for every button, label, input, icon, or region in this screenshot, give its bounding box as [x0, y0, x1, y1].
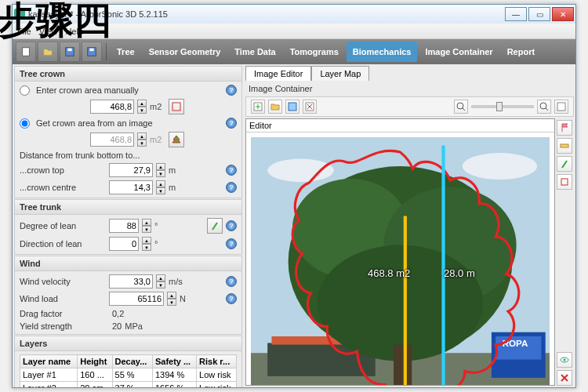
tab-tree[interactable]: Tree [111, 42, 141, 62]
tab-report[interactable]: Report [501, 42, 541, 62]
radio-crown-image[interactable] [20, 118, 30, 129]
svg-rect-30 [561, 179, 568, 185]
editor-canvas-panel: Editor [245, 118, 555, 386]
area-tool-icon[interactable] [169, 99, 184, 114]
col-name[interactable]: Layer name [20, 355, 78, 368]
label-direction: Direction of lean [20, 239, 106, 249]
crown-top-value[interactable]: 27,9 [109, 163, 153, 177]
editor-label: Editor [246, 119, 554, 132]
svg-rect-0 [23, 48, 30, 56]
help-icon[interactable]: ? [226, 238, 237, 249]
group-header: Tree crown [15, 67, 241, 82]
group-header: Tree trunk [15, 200, 241, 215]
crown-centre-value[interactable]: 14,3 [109, 180, 153, 194]
help-icon[interactable]: ? [226, 220, 237, 231]
svg-point-10 [540, 103, 546, 109]
img-image-icon[interactable] [285, 100, 299, 114]
tab-biomechanics[interactable]: Biomechanics [347, 42, 418, 62]
unit: ° [154, 221, 170, 230]
close-button[interactable]: ✕ [552, 7, 574, 21]
minimize-button[interactable]: — [505, 7, 527, 21]
tool-lean-icon[interactable] [557, 156, 572, 172]
tab-layer-map[interactable]: Layer Map [311, 66, 369, 81]
table-row[interactable]: Layer #1 160 ... 55 % 1394 % Low risk [20, 368, 237, 382]
help-icon[interactable]: ? [226, 118, 237, 129]
unit: ° [154, 239, 170, 249]
wind-velocity-value[interactable]: 33,0 [109, 274, 153, 289]
col-decay[interactable]: Decay... [112, 355, 152, 368]
crown-image-value: 468,8 [90, 132, 134, 147]
maximize-button[interactable]: ▭ [528, 7, 550, 21]
tab-time-data[interactable]: Time Data [228, 42, 281, 62]
img-settings-icon[interactable] [554, 100, 568, 114]
tab-tomograms[interactable]: Tomograms [284, 42, 345, 62]
label-crown-top: ...crown top [20, 165, 106, 175]
svg-rect-2 [67, 49, 71, 52]
spinner[interactable]: ▲▼ [137, 132, 147, 147]
right-tabs: Image Editor Layer Map [245, 66, 574, 81]
radio-crown-manual[interactable] [20, 85, 30, 96]
tree-outline-tool-icon[interactable] [169, 132, 184, 147]
unit: m2 [150, 102, 165, 111]
unit: m [169, 183, 184, 192]
img-add-icon[interactable] [251, 100, 265, 114]
toolbar-sep [106, 43, 107, 60]
zoom-out-icon[interactable] [537, 100, 551, 114]
help-icon[interactable]: ? [226, 293, 237, 304]
app-window: kassanyar * - ArborSonic 3D 5.2.115 — ▭ … [12, 4, 576, 388]
crown-manual-value[interactable]: 468,8 [90, 100, 134, 114]
tree-image: ROPA [251, 137, 550, 385]
svg-rect-5 [172, 103, 180, 111]
zoom-in-icon[interactable] [454, 100, 468, 114]
help-icon[interactable]: ? [226, 165, 237, 176]
help-icon[interactable]: ? [226, 85, 237, 96]
help-icon[interactable]: ? [226, 182, 237, 193]
group-header: Layers [15, 336, 241, 351]
spinner[interactable]: ▲▼ [156, 274, 165, 289]
unit: MPa [125, 321, 140, 331]
label-lean: Degree of lean [20, 221, 106, 230]
tab-image-container[interactable]: Image Container [419, 42, 499, 62]
spinner[interactable]: ▲▼ [167, 292, 176, 306]
image-toolbar [245, 96, 574, 117]
col-risk[interactable]: Risk r... [197, 355, 237, 368]
direction-value[interactable]: 0 [109, 237, 139, 251]
lean-value[interactable]: 88 [109, 219, 139, 233]
lean-tool-icon[interactable] [207, 218, 223, 234]
spinner[interactable]: ▲▼ [142, 219, 151, 233]
table-row[interactable]: Layer #2 20 cm 37 % 1656 % Low risk [20, 382, 237, 388]
group-wind: Wind Wind velocity 33,0 ▲▼ m/s ? Wind lo… [14, 256, 242, 335]
group-header: Wind [15, 256, 241, 271]
spinner[interactable]: ▲▼ [156, 163, 165, 177]
tab-image-editor[interactable]: Image Editor [245, 66, 311, 81]
left-panel: Tree crown Enter crown area manually ? 4… [13, 64, 244, 387]
group-tree-trunk: Tree trunk Degree of lean 88 ▲▼ ° ? Dire… [14, 199, 242, 255]
img-folder-icon[interactable] [268, 100, 282, 114]
tool-flag-icon[interactable] [557, 120, 572, 136]
spinner[interactable]: ▲▼ [137, 100, 147, 114]
layers-table: Layer name Height Decay... Safety ... Ri… [20, 354, 237, 387]
image-container-label: Image Container [245, 82, 574, 95]
wind-load-value[interactable]: 65116 [109, 292, 164, 306]
tab-sensor-geometry[interactable]: Sensor Geometry [143, 42, 227, 62]
tool-visibility-icon[interactable] [557, 352, 572, 368]
img-delete-icon[interactable] [303, 100, 317, 114]
label-crown-manual: Enter crown area manually [36, 85, 139, 95]
editor-canvas[interactable]: ROPA [246, 132, 554, 385]
spinner[interactable]: ▲▼ [156, 180, 165, 194]
tool-delete-icon[interactable] [557, 370, 572, 386]
label-yield-strength: Yield strength [20, 321, 106, 331]
zoom-slider[interactable] [471, 105, 534, 108]
tool-ruler-icon[interactable] [557, 138, 572, 154]
unit: N [180, 294, 195, 303]
right-panel: Image Editor Layer Map Image Container E… [244, 64, 575, 387]
spinner[interactable]: ▲▼ [142, 237, 151, 251]
tool-area-icon[interactable] [557, 174, 572, 190]
drag-factor-value: 0,2 [109, 309, 124, 318]
overlay-height-text: 28.0 m [444, 267, 475, 279]
help-icon[interactable]: ? [226, 276, 237, 287]
col-height[interactable]: Height [78, 355, 112, 368]
col-safety[interactable]: Safety ... [152, 355, 196, 368]
svg-point-13 [267, 159, 334, 183]
side-toolbar [557, 118, 574, 386]
